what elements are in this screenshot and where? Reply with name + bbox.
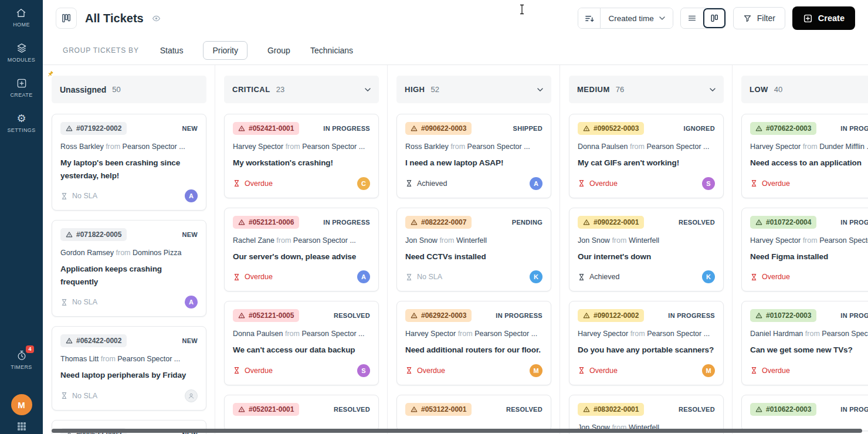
- list-view-button[interactable]: [681, 8, 703, 28]
- column-header-unassigned[interactable]: Unassigned50: [52, 76, 206, 103]
- unassigned-person-icon[interactable]: [185, 389, 198, 402]
- topbar: All Tickets Created time: [43, 0, 868, 36]
- board-view-icon-button[interactable]: [56, 8, 77, 29]
- ticket-card[interactable]: #053122-0001RESOLVED: [396, 395, 551, 431]
- ticket-card[interactable]: #090622-0003SHIPPEDRoss Barkley from Pea…: [396, 114, 551, 198]
- tab-status[interactable]: Status: [160, 46, 184, 55]
- assignee-avatar[interactable]: A: [357, 270, 370, 283]
- requester-name: Gordon Ramsey: [60, 249, 114, 257]
- filter-button[interactable]: Filter: [733, 7, 785, 29]
- apps-grid-icon[interactable]: [16, 421, 27, 434]
- ticket-status: NEW: [182, 231, 198, 238]
- ticket-card[interactable]: #090122-0002IN PROGRESSHarvey Spector fr…: [569, 301, 724, 385]
- sidebar-item-timers[interactable]: 4 TIMERS: [11, 350, 32, 370]
- ticket-card[interactable]: #082222-0007PENDINGJon Snow from Winterf…: [396, 208, 551, 292]
- column-header-high[interactable]: HIGH52: [396, 76, 551, 103]
- kanban-view-button[interactable]: [703, 8, 725, 28]
- ticket-card[interactable]: #062422-0002NEWThomas Litt from Pearson …: [52, 326, 206, 411]
- column-header-low[interactable]: LOW40: [741, 76, 868, 103]
- sort-order-button[interactable]: [578, 8, 601, 28]
- sla-timer-icon: [578, 273, 585, 281]
- ticket-status: PENDING: [512, 219, 542, 226]
- sla-status: No SLA: [60, 298, 97, 306]
- assignee-avatar[interactable]: M: [530, 364, 542, 377]
- from-label: from: [450, 143, 465, 151]
- assignee-avatar[interactable]: C: [357, 177, 370, 190]
- chevron-down-icon[interactable]: [710, 88, 716, 91]
- ticket-status: IN PROGRESS: [840, 219, 868, 226]
- sidebar-item-modules[interactable]: MODULES: [8, 42, 35, 63]
- horizontal-scrollbar[interactable]: [52, 429, 862, 433]
- ticket-card[interactable]: #052021-0001RESOLVED: [224, 395, 379, 431]
- tab-technicians[interactable]: Technicians: [310, 46, 353, 55]
- requester-line: Thomas Litt from Pearson Spector ...: [60, 355, 198, 363]
- warning-icon: [411, 406, 418, 413]
- ticket-subject: My workstation's crashing!: [233, 157, 370, 169]
- ticket-card[interactable]: #010622-0003IN PROGRESS: [741, 395, 868, 431]
- sort-by-dropdown[interactable]: Created time: [601, 8, 672, 28]
- sidebar-item-home[interactable]: HOME: [13, 7, 30, 28]
- column-header-critical[interactable]: CRITICAL23: [224, 76, 379, 103]
- visibility-eye-icon[interactable]: [152, 14, 161, 23]
- assignee-avatar[interactable]: A: [185, 296, 198, 308]
- warning-icon: [66, 337, 73, 344]
- assignee-avatar[interactable]: K: [702, 270, 715, 283]
- card-header-row: #071922-0002NEW: [60, 122, 198, 135]
- sla-timer-icon: [750, 179, 758, 187]
- requester-line: Jon Snow from Winterfell: [578, 236, 715, 245]
- assignee-avatar[interactable]: A: [530, 177, 542, 190]
- ticket-id-badge: #062922-0003: [405, 309, 472, 322]
- sla-status: Overdue: [750, 179, 790, 188]
- create-button[interactable]: Create: [792, 6, 855, 30]
- chevron-down-icon[interactable]: [365, 88, 371, 91]
- assignee-avatar[interactable]: S: [702, 177, 715, 190]
- ticket-card[interactable]: #010722-0004IN PROGRESSHarvey Spector fr…: [741, 208, 868, 292]
- ticket-card[interactable]: #010722-0003IN PROGRESSDaniel Hardman fr…: [741, 301, 868, 385]
- ticket-card[interactable]: #090222-0001RESOLVEDJon Snow from Winter…: [569, 208, 724, 292]
- assignee-avatar[interactable]: M: [702, 364, 715, 377]
- from-label: from: [630, 330, 645, 338]
- column-count: 23: [276, 85, 284, 94]
- assignee-avatar[interactable]: K: [530, 270, 542, 283]
- ticket-card[interactable]: #071822-0005NEWGordon Ramsey from Domino…: [52, 220, 206, 317]
- card-header-row: #090522-0003IGNORED: [578, 122, 715, 135]
- ticket-status: RESOLVED: [679, 406, 715, 413]
- assignee-avatar[interactable]: S: [357, 364, 370, 377]
- warning-icon: [238, 125, 245, 132]
- main-content: All Tickets Created time: [43, 0, 868, 434]
- ticket-card[interactable]: #052121-0005RESOLVEDDonna Paulsen from P…: [224, 301, 379, 385]
- ticket-card[interactable]: #070622-0003IN PROGRESSHarvey Spector fr…: [741, 114, 868, 198]
- sidebar-item-settings[interactable]: ⚙ SETTINGS: [7, 113, 35, 133]
- sidebar-item-create[interactable]: CREATE: [10, 77, 32, 98]
- sla-label: Overdue: [245, 367, 273, 375]
- tab-group[interactable]: Group: [267, 46, 290, 55]
- chevron-down-icon[interactable]: [537, 88, 543, 91]
- card-footer: No SLA: [60, 389, 198, 403]
- ticket-subject: My laptop's been crashing since yesterda…: [60, 157, 198, 182]
- column-title: Unassigned: [60, 85, 106, 94]
- ticket-card[interactable]: #071922-0002NEWRoss Barkley from Pearson…: [52, 114, 206, 211]
- card-footer: Overdue: [750, 270, 868, 284]
- funnel-icon: [743, 14, 752, 23]
- card-header-row: #083022-0001RESOLVED: [578, 403, 715, 416]
- ticket-id-badge: #090222-0001: [578, 216, 644, 229]
- column-header-medium[interactable]: MEDIUM76: [569, 76, 724, 103]
- ticket-card[interactable]: #052121-0006IN PROGRESSRachel Zane from …: [224, 208, 379, 292]
- sla-timer-icon: [60, 392, 68, 399]
- timers-badge: 4: [26, 345, 33, 353]
- ticket-card[interactable]: #062922-0003IN PROGRESSHarvey Spector fr…: [396, 301, 551, 385]
- ticket-id-badge: #053122-0001: [405, 403, 472, 416]
- ticket-card[interactable]: #083022-0001RESOLVEDJon Snow from Winter…: [569, 395, 724, 434]
- assignee-avatar[interactable]: A: [185, 189, 198, 202]
- card-footer: OverdueS: [233, 364, 370, 378]
- ticket-card[interactable]: #090522-0003IGNOREDDonna Paulsen from Pe…: [569, 114, 724, 198]
- sla-timer-icon: [233, 367, 240, 374]
- tab-priority[interactable]: Priority: [203, 41, 247, 60]
- ticket-id: #090622-0003: [421, 124, 466, 133]
- board-column-unassigned: Unassigned50#071922-0002NEWRoss Barkley …: [43, 65, 215, 434]
- ticket-status: IN PROGRESS: [496, 312, 542, 319]
- ticket-card[interactable]: #052421-0001IN PROGRESSHarvey Spector fr…: [224, 114, 379, 198]
- user-avatar[interactable]: M: [11, 394, 32, 415]
- warning-icon: [583, 312, 590, 319]
- requester-company: Pearson Spector ...: [646, 143, 709, 151]
